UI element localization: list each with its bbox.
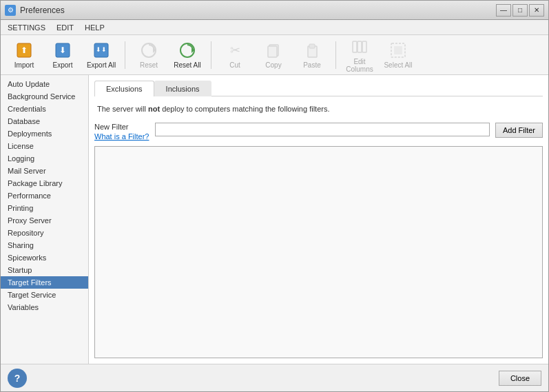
svg-rect-19 (394, 46, 402, 54)
sidebar-item-logging[interactable]: Logging (1, 152, 88, 165)
title-bar: ⚙ Preferences — □ ✕ (1, 1, 548, 20)
sidebar-item-repository[interactable]: Repository (1, 227, 88, 239)
export-button[interactable]: ⬇ Export (45, 39, 81, 72)
sidebar-item-target-service[interactable]: Target Service (1, 289, 88, 301)
reset-all-label: Reset All (174, 61, 200, 69)
filter-label: New Filter (94, 123, 149, 131)
export-all-button[interactable]: ⬇⬇ Export All (83, 39, 119, 72)
export-label: Export (53, 61, 73, 69)
sidebar-item-variables[interactable]: Variables (1, 301, 88, 313)
title-bar-buttons: — □ ✕ (496, 4, 544, 17)
help-button[interactable]: ? (8, 369, 27, 388)
edit-columns-label: Edit Columns (342, 58, 377, 73)
menu-bar: SETTINGS EDIT HELP (1, 20, 548, 35)
close-button[interactable]: Close (499, 371, 541, 386)
menu-edit[interactable]: EDIT (54, 22, 76, 33)
tab-content: The server will not deploy to computers … (94, 102, 543, 358)
svg-rect-15 (353, 41, 357, 52)
toolbar-separator-1 (125, 41, 125, 69)
reset-all-button[interactable]: Reset All (169, 39, 205, 72)
filter-link[interactable]: What is a Filter? (94, 132, 149, 141)
window-icon: ⚙ (5, 5, 16, 16)
cut-icon: ✂ (225, 41, 245, 60)
tabs: Exclusions Inclusions (94, 81, 543, 96)
export-icon: ⬇ (53, 41, 72, 60)
tab-inclusions[interactable]: Inclusions (154, 81, 211, 96)
description-post: deploy to computers matching the followi… (160, 105, 329, 113)
svg-text:⬇⬇: ⬇⬇ (96, 46, 107, 53)
svg-rect-17 (362, 41, 366, 52)
edit-columns-icon (350, 37, 369, 56)
toolbar-separator-2 (211, 41, 211, 69)
sidebar-item-startup[interactable]: Startup (1, 264, 88, 276)
description-text: The server will not deploy to computers … (94, 102, 543, 116)
menu-help[interactable]: HELP (82, 22, 107, 33)
sidebar-item-credentials[interactable]: Credentials (1, 103, 88, 115)
reset-button[interactable]: Reset (131, 39, 167, 72)
main-content: Auto Update Background Service Credentia… (1, 75, 548, 364)
copy-button[interactable]: Copy (256, 39, 291, 72)
svg-rect-14 (309, 44, 315, 48)
reset-all-icon (178, 41, 197, 60)
sidebar: Auto Update Background Service Credentia… (1, 75, 89, 364)
window-title: Preferences (20, 6, 496, 15)
sidebar-item-background-service[interactable]: Background Service (1, 90, 88, 103)
svg-rect-12 (268, 46, 277, 57)
description-pre: The server will (97, 105, 148, 113)
sidebar-item-deployments[interactable]: Deployments (1, 127, 88, 140)
sidebar-item-sharing[interactable]: Sharing (1, 239, 88, 251)
sidebar-item-printing[interactable]: Printing (1, 202, 88, 214)
sidebar-item-package-library[interactable]: Package Library (1, 177, 88, 189)
copy-label: Copy (265, 61, 281, 69)
svg-text:⬇: ⬇ (59, 45, 66, 55)
edit-columns-button[interactable]: Edit Columns (342, 39, 377, 72)
svg-text:✂: ✂ (230, 43, 240, 57)
toolbar: ⬆ Import ⬇ Export ⬇⬇ Export Al (1, 35, 548, 75)
copy-icon (264, 41, 283, 60)
filter-input[interactable] (155, 123, 490, 136)
select-all-icon (389, 41, 408, 60)
content-area: Exclusions Inclusions The server will no… (89, 75, 548, 364)
sidebar-item-license[interactable]: License (1, 140, 88, 152)
preferences-window: ⚙ Preferences — □ ✕ SETTINGS EDIT HELP ⬆… (0, 0, 549, 392)
sidebar-item-proxy-server[interactable]: Proxy Server (1, 214, 88, 227)
tab-exclusions[interactable]: Exclusions (94, 81, 154, 96)
filter-row: New Filter What is a Filter? Add Filter (94, 123, 543, 141)
description-bold: not (148, 105, 160, 113)
sidebar-item-auto-update[interactable]: Auto Update (1, 78, 88, 90)
bottom-bar: ? Close (1, 364, 548, 391)
reset-label: Reset (140, 61, 158, 69)
reset-icon (139, 41, 158, 60)
select-all-button[interactable]: Select All (380, 39, 416, 72)
sidebar-item-performance[interactable]: Performance (1, 189, 88, 202)
toolbar-separator-3 (335, 41, 336, 69)
cut-label: Cut (229, 61, 240, 69)
paste-icon (302, 41, 322, 60)
minimize-button[interactable]: — (496, 4, 511, 17)
cut-button[interactable]: ✂ Cut (217, 39, 253, 72)
paste-button[interactable]: Paste (294, 39, 330, 72)
window-close-button[interactable]: ✕ (529, 4, 544, 17)
import-icon: ⬆ (14, 41, 34, 60)
add-filter-button[interactable]: Add Filter (495, 123, 543, 138)
export-all-icon: ⬇⬇ (92, 41, 111, 60)
sidebar-item-target-filters[interactable]: Target Filters (1, 276, 88, 289)
select-all-label: Select All (384, 61, 412, 69)
svg-rect-16 (358, 41, 362, 52)
import-label: Import (14, 61, 34, 69)
paste-label: Paste (303, 61, 321, 69)
svg-text:⬆: ⬆ (21, 45, 28, 55)
maximize-button[interactable]: □ (512, 4, 528, 17)
filter-list (94, 146, 543, 358)
export-all-label: Export All (87, 61, 116, 69)
sidebar-item-database[interactable]: Database (1, 115, 88, 127)
sidebar-item-mail-server[interactable]: Mail Server (1, 165, 88, 177)
menu-settings[interactable]: SETTINGS (5, 22, 48, 33)
sidebar-item-spiceworks[interactable]: Spiceworks (1, 251, 88, 264)
filter-label-col: New Filter What is a Filter? (94, 123, 149, 141)
import-button[interactable]: ⬆ Import (6, 39, 42, 72)
